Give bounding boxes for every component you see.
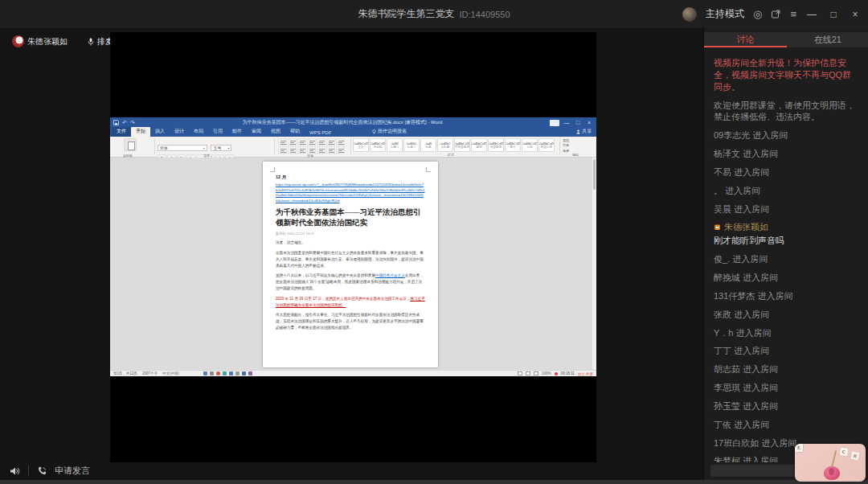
font-size-select[interactable]: 五号▾ bbox=[211, 145, 231, 151]
chat-tab[interactable]: 讨论 bbox=[704, 32, 787, 47]
taskbar-app-icon[interactable] bbox=[223, 371, 227, 375]
style-chip[interactable]: AaB 标题 bbox=[420, 138, 436, 152]
redo-icon[interactable]: ↷ bbox=[130, 120, 135, 125]
style-chip[interactable]: AaBbCcD 强调 bbox=[471, 138, 487, 152]
user-avatar[interactable] bbox=[682, 7, 697, 22]
web-layout-icon[interactable] bbox=[534, 371, 538, 375]
taskbar-app-icon[interactable] bbox=[203, 371, 207, 375]
word-ribbon-tab[interactable]: WPS PDF bbox=[305, 129, 336, 137]
chat-message-text: 不易 进入房间 bbox=[714, 166, 859, 178]
style-chip[interactable]: AaBbC 副标题 bbox=[437, 138, 453, 152]
taskbar-icons bbox=[203, 371, 252, 375]
align-left-button[interactable] bbox=[278, 146, 287, 154]
window-bottom-strip bbox=[0, 480, 868, 484]
align-center-button[interactable] bbox=[288, 146, 297, 154]
read-mode-icon[interactable] bbox=[518, 371, 522, 375]
taskbar-app-icon[interactable] bbox=[235, 371, 240, 375]
increase-indent-button[interactable] bbox=[317, 138, 326, 146]
video-stage: 朱德张颖如 排麦 ↶ ↷ 为千秋伟业夯基固本——习近平法治思想引领新时代全面依法… bbox=[0, 28, 703, 484]
style-chip[interactable]: AaBbCcD 明显引用 bbox=[538, 138, 555, 152]
shading-button[interactable] bbox=[326, 146, 335, 154]
word-ribbon-tab[interactable]: 插入 bbox=[150, 127, 170, 137]
shared-screen-video: ↶ ↷ 为千秋伟业夯基固本——习近平法治思想引领新时代全面依法治国纪实.docx… bbox=[110, 32, 596, 462]
word-ribbon-tab[interactable]: 帮助 bbox=[285, 127, 305, 137]
close-button[interactable]: × bbox=[849, 9, 862, 20]
taskbar-app-icon[interactable] bbox=[229, 371, 233, 375]
letter-tile: E bbox=[795, 444, 803, 452]
paste-button[interactable] bbox=[124, 138, 137, 151]
styles-group-label: 样式 bbox=[448, 153, 454, 157]
speaker-icon[interactable] bbox=[10, 466, 20, 476]
chat-message-text: 醉挽城 进入房间 bbox=[714, 272, 859, 284]
style-chip[interactable]: AaBbCcD 无间隔 bbox=[370, 138, 386, 152]
style-chip[interactable]: AaBI 标题 1 bbox=[387, 138, 403, 152]
style-chip[interactable]: AaBbC 标题 2 bbox=[403, 138, 420, 152]
document-paragraph: 伟大思想领航向，指引伟大事业。习近平法治思想引领新时代全面依法治国取得历史性成就… bbox=[276, 312, 425, 330]
style-chip[interactable]: AaBbCcD 引用 bbox=[522, 138, 538, 152]
taskbar-app-icon[interactable] bbox=[216, 371, 220, 375]
undo-icon[interactable]: ↶ bbox=[122, 120, 127, 125]
borders-button[interactable] bbox=[336, 146, 345, 154]
camera-thumbnail[interactable]: CROSE bbox=[795, 444, 866, 482]
language-status[interactable]: 中文(中国) bbox=[162, 371, 179, 375]
taskbar-app-icon[interactable] bbox=[248, 371, 252, 375]
bullets-button[interactable] bbox=[278, 138, 287, 146]
font-name-select[interactable]: 宋体▾ bbox=[158, 145, 207, 151]
word-ribbon-tab[interactable]: 邮件 bbox=[227, 127, 247, 137]
word-ribbon-tab[interactable]: 引用 bbox=[208, 127, 227, 137]
document-page[interactable]: 12 月 https://mp.weixin.qq.com/s?__biz=Mz… bbox=[263, 162, 438, 367]
numbering-button[interactable] bbox=[288, 138, 297, 146]
document-scrollbar[interactable] bbox=[592, 158, 596, 370]
chat-message: 丁依 进入房间 bbox=[714, 419, 859, 431]
chat-tab[interactable]: 在线21 bbox=[787, 32, 868, 47]
word-close-button[interactable]: × bbox=[585, 120, 593, 125]
document-paragraph: 全面依法治国是坚持和发展中国特色社会主义的本质要求和重要保障，事关党执政兴国、事… bbox=[276, 250, 425, 269]
show-marks-button[interactable] bbox=[336, 138, 345, 146]
print-layout-icon[interactable] bbox=[526, 371, 530, 375]
style-chip[interactable]: AaBbCcD 要点 bbox=[505, 138, 521, 152]
style-chip[interactable]: AaBbCcD 正文 bbox=[353, 138, 369, 152]
settings-icon[interactable]: ◎ bbox=[753, 9, 762, 19]
stage-overlays: 朱德张颖如 排麦 bbox=[10, 34, 121, 49]
word-ribbon-tab[interactable]: 文件 bbox=[112, 127, 131, 137]
style-chip[interactable]: AaBbCcD 明显强调 bbox=[488, 138, 504, 152]
app-titlebar: 朱德书院学生第三党支 ID:14409550 主持模式 ◎ ≡ — □ × bbox=[0, 0, 868, 28]
word-minimize-button[interactable]: — bbox=[563, 120, 571, 125]
align-right-button[interactable] bbox=[297, 146, 306, 154]
taskbar-app-icon[interactable] bbox=[242, 371, 246, 375]
save-icon[interactable] bbox=[113, 120, 119, 125]
word-maximize-button[interactable]: □ bbox=[574, 120, 582, 125]
tell-me-search[interactable]: 操作说明搜索 bbox=[372, 128, 407, 137]
ribbon-options-icon[interactable] bbox=[550, 120, 559, 126]
sort-button[interactable] bbox=[326, 138, 335, 146]
justify-button[interactable] bbox=[307, 146, 316, 154]
menu-icon[interactable]: ≡ bbox=[790, 9, 796, 19]
word-ribbon-tab[interactable]: 设计 bbox=[170, 127, 189, 137]
line-spacing-button[interactable] bbox=[317, 146, 326, 154]
style-chip[interactable]: AaBbCcD 不明显强调 bbox=[454, 138, 470, 152]
popout-window-icon[interactable] bbox=[771, 9, 781, 19]
request-speak-label[interactable]: 申请发言 bbox=[55, 465, 90, 477]
document-paragraph: 2020 年 11 月 16 日至 17 日，党的历史上首次召开的中央全面依法治… bbox=[276, 296, 425, 309]
document-paragraph: 新华社 2020-12-07 19:21 bbox=[276, 232, 425, 236]
zoom-level[interactable]: 100% bbox=[542, 371, 551, 375]
taskbar-app-icon[interactable] bbox=[210, 371, 214, 375]
maximize-button[interactable]: □ bbox=[827, 9, 840, 20]
chat-message-list[interactable]: 视频房间全新升级！为保护信息安全，视频房间文字聊天不再与QQ群同步。 欢迎使用群… bbox=[704, 51, 868, 462]
word-ribbon-tab[interactable]: 视图 bbox=[266, 127, 285, 137]
document-paragraph: https://mp.weixin.qq.com/s?__biz=MzI2NDY… bbox=[276, 183, 425, 204]
raise-hand-phone-icon[interactable] bbox=[37, 466, 47, 476]
multilevel-list-button[interactable] bbox=[297, 138, 306, 146]
word-ribbon-tab[interactable]: 审阅 bbox=[247, 127, 266, 137]
word-count[interactable]: 2007个字 bbox=[142, 371, 158, 375]
room-title: 朱德书院学生第三党支 bbox=[358, 7, 455, 21]
word-ribbon-tab[interactable]: 开始 bbox=[131, 127, 150, 137]
stop-share-button[interactable]: 停止共享 bbox=[578, 371, 593, 376]
minimize-button[interactable]: — bbox=[805, 9, 818, 20]
chat-message-text: 欢迎使用群课堂，请使用文明用语，禁止传播低俗、违法内容。 bbox=[714, 100, 859, 124]
word-ribbon-tab[interactable]: 布局 bbox=[189, 127, 208, 137]
word-share-button[interactable]: 共享 bbox=[571, 128, 596, 137]
microphone-icon bbox=[88, 38, 94, 46]
page-count[interactable]: 第1页，共12页 bbox=[113, 371, 137, 375]
decrease-indent-button[interactable] bbox=[307, 138, 316, 146]
